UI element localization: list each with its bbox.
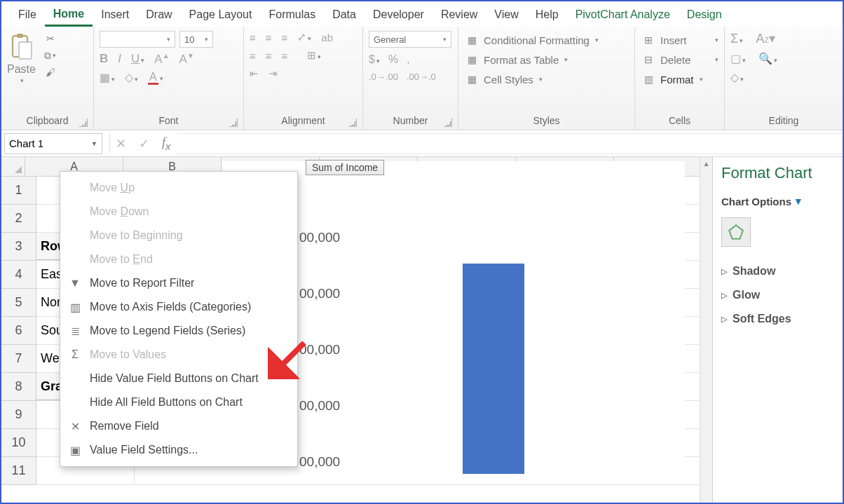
row-header[interactable]: 7: [1, 345, 36, 373]
increase-decimal-icon[interactable]: .0→.00: [369, 71, 398, 82]
menu-hide-value-field-buttons[interactable]: Hide Value Field Buttons on Chart: [60, 367, 297, 390]
align-center-icon[interactable]: ≡: [266, 50, 272, 62]
pane-item-shadow[interactable]: Shadow: [721, 259, 843, 283]
tab-view[interactable]: View: [486, 6, 526, 25]
scroll-up-icon[interactable]: ▲: [700, 157, 712, 170]
cell-styles-button[interactable]: ▦Cell Styles▾: [464, 70, 629, 88]
tab-design[interactable]: Design: [679, 6, 730, 25]
row-header[interactable]: 9: [1, 401, 36, 429]
menu-value-field-settings[interactable]: ▣Value Field Settings...: [60, 438, 297, 462]
format-cells-button[interactable]: ▥Format▾: [641, 70, 719, 88]
group-cells: ⊞Insert▾ ⊟Delete▾ ▥Format▾ Cells: [635, 27, 725, 130]
align-right-icon[interactable]: ≡: [282, 50, 288, 62]
select-all-button[interactable]: [1, 157, 25, 176]
format-as-table-button[interactable]: ▦Format as Table▾: [464, 50, 629, 69]
tab-help[interactable]: Help: [527, 6, 567, 25]
percent-style-icon[interactable]: %: [388, 53, 398, 66]
decrease-font-icon[interactable]: A▼: [179, 52, 194, 67]
row-header[interactable]: 8: [1, 373, 36, 401]
find-select-icon[interactable]: 🔍▾: [758, 52, 777, 65]
copy-icon[interactable]: ⧉▾: [43, 48, 58, 63]
menu-remove-field[interactable]: ✕Remove Field: [60, 414, 297, 438]
delete-cells-button[interactable]: ⊟Delete▾: [641, 50, 719, 69]
font-size-combo[interactable]: 10▾: [179, 31, 213, 48]
vertical-scrollbar[interactable]: ▲: [700, 157, 712, 503]
tab-developer[interactable]: Developer: [365, 6, 433, 25]
tab-file[interactable]: File: [10, 6, 45, 25]
orientation-icon[interactable]: ⤢▾: [297, 31, 311, 43]
italic-button[interactable]: I: [118, 52, 121, 66]
align-middle-icon[interactable]: ≡: [266, 32, 272, 43]
conditional-formatting-icon: ▦: [464, 32, 479, 48]
cut-icon[interactable]: ✂: [43, 31, 58, 46]
row-header[interactable]: 6: [1, 317, 36, 345]
row-header[interactable]: 2: [1, 205, 36, 233]
tab-data[interactable]: Data: [324, 6, 365, 25]
formula-input[interactable]: [177, 133, 843, 154]
row-header[interactable]: 5: [1, 289, 36, 317]
sort-filter-icon[interactable]: AZ▾: [756, 31, 775, 46]
tab-home[interactable]: Home: [45, 5, 93, 27]
row-header[interactable]: 3: [1, 233, 36, 261]
tab-draw[interactable]: Draw: [137, 6, 180, 25]
menu-move-beginning: Move to Beginning: [60, 224, 297, 247]
svg-rect-2: [19, 42, 32, 59]
row-header[interactable]: 10: [1, 429, 36, 457]
dialog-launcher-clipboard[interactable]: [79, 118, 88, 127]
borders-button[interactable]: ▦▾: [100, 71, 115, 84]
tab-insert[interactable]: Insert: [93, 6, 137, 25]
tab-page-layout[interactable]: Page Layout: [181, 6, 261, 25]
merge-center-icon[interactable]: ⊞▾: [307, 49, 321, 62]
row-header[interactable]: 11: [1, 457, 36, 485]
worksheet[interactable]: A B C D E F G 1 2 3 4 5 6 7 8 9 10 11: [1, 157, 712, 503]
tab-formulas[interactable]: Formulas: [260, 6, 324, 25]
effects-tab-icon[interactable]: [721, 217, 751, 247]
group-number: General▾ $▾ % , .0→.00 .00→.0 Number: [363, 27, 458, 130]
paste-button[interactable]: Paste ▾: [7, 31, 36, 84]
cancel-formula-icon[interactable]: ✕: [116, 136, 126, 151]
autosum-icon[interactable]: Σ▾: [730, 32, 743, 46]
insert-cells-button[interactable]: ⊞Insert▾: [641, 31, 719, 49]
align-left-icon[interactable]: ≡: [250, 50, 256, 62]
row-header[interactable]: 4: [1, 261, 36, 289]
pane-item-glow[interactable]: Glow: [721, 283, 843, 307]
menu-move-report-filter[interactable]: ▼Move to Report Filter: [60, 271, 297, 295]
enter-formula-icon[interactable]: ✓: [139, 136, 149, 151]
name-box[interactable]: Chart 1 ▼: [4, 133, 102, 154]
dialog-launcher-alignment[interactable]: [348, 118, 357, 127]
menu-move-values: ΣMove to Values: [60, 343, 297, 367]
row-header[interactable]: 1: [1, 177, 36, 205]
underline-button[interactable]: U▾: [131, 52, 144, 66]
tab-pivotchart-analyze[interactable]: PivotChart Analyze: [567, 6, 679, 25]
align-top-icon[interactable]: ≡: [250, 32, 256, 43]
conditional-formatting-button[interactable]: ▦Conditional Formatting▾: [464, 31, 629, 49]
dialog-launcher-number[interactable]: [444, 118, 452, 127]
dialog-launcher-font[interactable]: [229, 118, 238, 127]
menu-move-axis-fields[interactable]: ▥Move to Axis Fields (Categories): [60, 295, 297, 319]
menu-move-legend-fields[interactable]: ≣Move to Legend Fields (Series): [60, 319, 297, 343]
decrease-indent-icon[interactable]: ⇤: [250, 67, 259, 80]
comma-style-icon[interactable]: ,: [407, 53, 409, 66]
group-editing: Σ▾ AZ▾ ▢▾ 🔍▾ ◇▾ Editing: [725, 27, 843, 130]
wrap-text-icon[interactable]: ab: [321, 32, 333, 43]
fx-icon[interactable]: fx: [162, 135, 171, 152]
clear-icon[interactable]: ◇▾: [730, 71, 744, 84]
menu-hide-all-field-buttons[interactable]: Hide All Field Buttons on Chart: [60, 390, 297, 414]
fill-icon[interactable]: ▢▾: [730, 52, 746, 65]
increase-font-icon[interactable]: A▲: [154, 52, 169, 67]
tab-review[interactable]: Review: [433, 6, 486, 25]
chart-field-button[interactable]: Sum of Income: [306, 160, 384, 175]
font-color-button[interactable]: A▾: [148, 71, 163, 83]
chart-bar[interactable]: [463, 264, 524, 474]
fill-color-button[interactable]: ◇▾: [125, 71, 138, 84]
decrease-decimal-icon[interactable]: .00→.0: [407, 71, 436, 82]
number-format-combo[interactable]: General▾: [369, 31, 451, 48]
chart-options-dropdown[interactable]: Chart Options▾: [721, 195, 843, 207]
align-bottom-icon[interactable]: ≡: [282, 32, 288, 43]
accounting-format-icon[interactable]: $▾: [369, 53, 380, 66]
format-painter-icon[interactable]: 🖌: [43, 64, 58, 80]
pane-item-soft-edges[interactable]: Soft Edges: [721, 307, 843, 331]
font-name-combo[interactable]: ▾: [100, 31, 175, 48]
bold-button[interactable]: B: [100, 52, 108, 66]
increase-indent-icon[interactable]: ⇥: [268, 67, 278, 80]
